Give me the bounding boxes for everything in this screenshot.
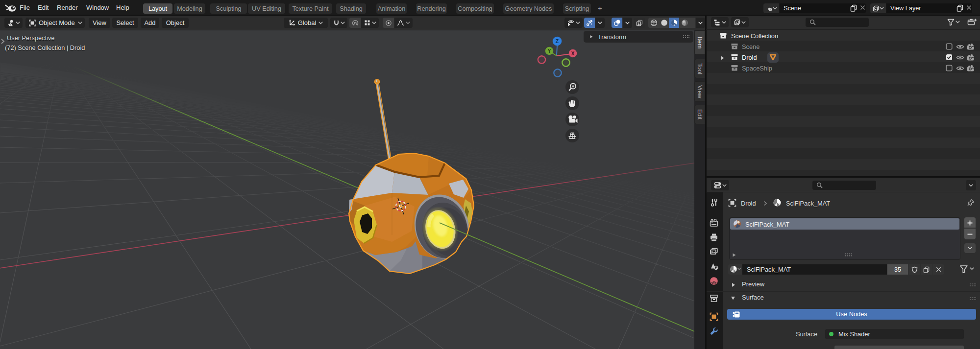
svg-text:Z: Z	[556, 38, 559, 44]
svg-text:X: X	[571, 51, 575, 56]
svg-text:Y: Y	[548, 48, 551, 54]
